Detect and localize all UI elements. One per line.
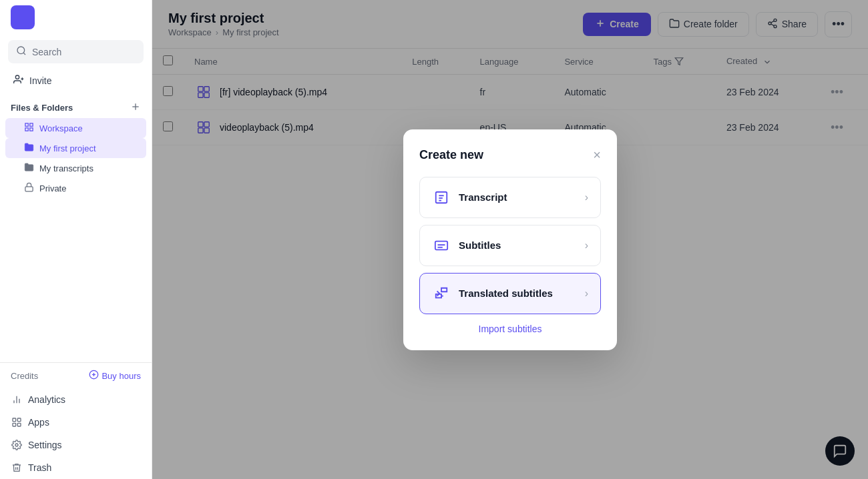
subtitles-chevron-icon: › <box>585 240 588 252</box>
my-transcripts-label: My transcripts <box>39 163 93 173</box>
modal-option-subtitles[interactable]: Subtitles › <box>419 225 601 266</box>
buy-hours-label: Buy hours <box>101 371 141 381</box>
subtitles-icon <box>432 236 451 255</box>
modal-overlay[interactable]: Create new × Transcript › Subtitles <box>152 0 868 479</box>
invite-icon <box>13 74 24 87</box>
search-button[interactable]: Search <box>8 40 144 63</box>
create-new-modal: Create new × Transcript › Subtitles <box>403 129 617 350</box>
transcript-icon <box>432 188 451 207</box>
transcript-chevron-icon: › <box>585 191 588 203</box>
analytics-icon <box>11 394 23 406</box>
buy-hours-button[interactable]: Buy hours <box>89 370 141 382</box>
sidebar-logo-area <box>0 0 152 35</box>
transcripts-folder-icon <box>24 162 34 174</box>
modal-option-transcript-left: Transcript <box>432 188 507 207</box>
app-logo <box>11 5 35 29</box>
sidebar-item-private[interactable]: Private <box>5 178 146 198</box>
credits-label: Credits <box>11 371 38 381</box>
sidebar-bottom: Credits Buy hours Analytics Apps <box>0 362 152 479</box>
sidebar-item-my-first-project[interactable]: My first project <box>5 138 146 158</box>
trash-label: Trash <box>28 462 51 473</box>
svg-rect-21 <box>13 423 16 426</box>
apps-icon <box>11 416 23 428</box>
sidebar-item-workspace[interactable]: Workspace <box>5 118 146 138</box>
apps-label: Apps <box>28 417 49 428</box>
modal-option-subtitles-left: Subtitles <box>432 236 501 255</box>
svg-point-22 <box>15 444 18 446</box>
settings-label: Settings <box>28 440 62 450</box>
svg-rect-18 <box>13 418 16 422</box>
invite-label: Invite <box>29 75 51 86</box>
settings-icon <box>11 439 23 451</box>
modal-close-button[interactable]: × <box>593 148 601 161</box>
lock-icon <box>24 182 34 194</box>
trash-icon <box>11 462 23 474</box>
modal-title: Create new <box>419 148 483 162</box>
svg-rect-20 <box>17 423 21 426</box>
translated-subtitles-label: Translated subtitles <box>459 288 553 299</box>
svg-point-2 <box>15 75 19 79</box>
modal-header: Create new × <box>419 148 601 162</box>
svg-rect-7 <box>25 123 28 126</box>
svg-rect-8 <box>30 123 33 126</box>
invite-button[interactable]: Invite <box>0 69 152 92</box>
modal-option-translated-left: Translated subtitles <box>432 284 553 303</box>
add-folder-icon[interactable] <box>130 101 141 114</box>
search-icon <box>16 45 27 58</box>
svg-rect-10 <box>25 128 28 131</box>
files-folders-header: Files & Folders <box>0 97 152 118</box>
main-content: My first project Workspace › My first pr… <box>152 0 868 479</box>
folder-icon <box>24 142 34 154</box>
translated-subtitles-chevron-icon: › <box>585 288 588 300</box>
credits-row: Credits Buy hours <box>0 363 152 388</box>
workspace-icon <box>24 122 34 134</box>
modal-option-translated-subtitles[interactable]: Translated subtitles › <box>419 273 601 314</box>
sidebar-item-analytics[interactable]: Analytics <box>0 388 152 411</box>
sidebar-search-area: Search <box>0 35 152 69</box>
import-subtitles-label: Import subtitles <box>479 324 542 334</box>
svg-rect-9 <box>30 128 33 131</box>
plus-circle-icon <box>89 370 99 382</box>
import-subtitles-button[interactable]: Import subtitles <box>419 324 601 334</box>
sidebar-item-my-transcripts[interactable]: My transcripts <box>5 158 146 178</box>
translated-subtitles-icon <box>432 284 451 303</box>
transcript-label: Transcript <box>459 191 507 203</box>
sidebar-item-apps[interactable]: Apps <box>0 411 152 434</box>
subtitles-label: Subtitles <box>459 240 501 251</box>
sidebar-item-settings[interactable]: Settings <box>0 434 152 456</box>
workspace-label: Workspace <box>39 123 83 133</box>
private-label: Private <box>39 183 66 193</box>
sidebar-item-trash[interactable]: Trash <box>0 456 152 479</box>
files-folders-section: Files & Folders Workspace My first proje… <box>0 92 152 203</box>
sidebar: Search Invite Files & Folders Workspace … <box>0 0 152 479</box>
modal-option-transcript[interactable]: Transcript › <box>419 177 601 218</box>
svg-rect-19 <box>17 418 21 422</box>
files-folders-label: Files & Folders <box>11 103 73 113</box>
my-first-project-label: My first project <box>39 143 96 153</box>
analytics-label: Analytics <box>28 394 65 405</box>
search-label: Search <box>32 47 61 57</box>
svg-point-0 <box>17 47 25 54</box>
svg-rect-11 <box>25 187 33 191</box>
svg-line-1 <box>23 53 25 55</box>
